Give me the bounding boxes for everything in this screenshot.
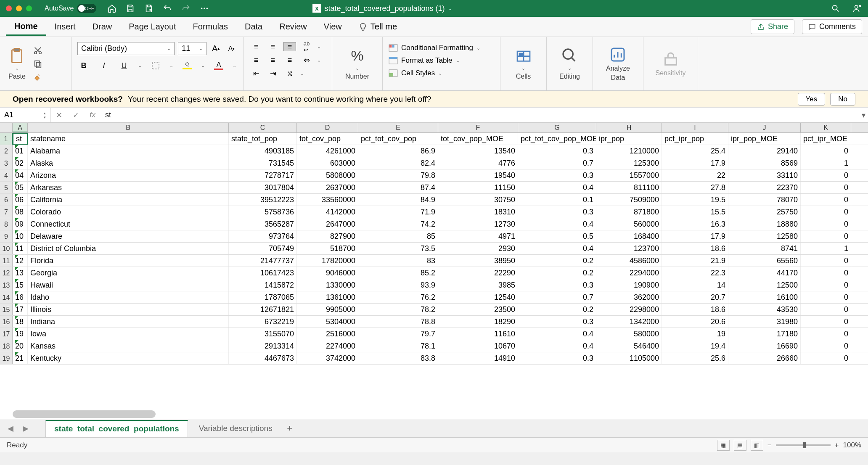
- data-cell[interactable]: 0.2: [518, 304, 596, 315]
- data-cell[interactable]: 0.5: [518, 230, 596, 242]
- data-cell[interactable]: 12540: [438, 291, 518, 303]
- row-header[interactable]: 16: [0, 316, 13, 328]
- data-cell[interactable]: 1361000: [297, 291, 358, 303]
- close-window-button[interactable]: [6, 5, 12, 11]
- increase-indent-icon[interactable]: ⇥: [267, 69, 279, 78]
- data-cell[interactable]: 78070: [728, 194, 801, 206]
- data-cell[interactable]: 25.6: [662, 352, 728, 364]
- data-cell[interactable]: 25750: [728, 206, 801, 218]
- row-header[interactable]: 1: [0, 133, 13, 145]
- fill-color-button[interactable]: [181, 60, 193, 71]
- data-cell[interactable]: 13: [13, 267, 28, 279]
- number-format-button[interactable]: %⌄ Number: [343, 46, 372, 82]
- data-cell[interactable]: 8569: [728, 157, 801, 169]
- data-cell[interactable]: 0: [801, 230, 851, 242]
- data-cell[interactable]: 0.4: [518, 340, 596, 352]
- column-header[interactable]: B: [28, 123, 229, 132]
- column-header[interactable]: G: [518, 123, 596, 132]
- data-cell[interactable]: 10617423: [229, 267, 297, 279]
- data-cell[interactable]: 1330000: [297, 279, 358, 291]
- data-cell[interactable]: California: [28, 194, 229, 206]
- column-header[interactable]: F: [438, 123, 518, 132]
- formula-input[interactable]: st: [101, 108, 859, 122]
- row-header[interactable]: 19: [0, 352, 13, 364]
- data-cell[interactable]: 22: [662, 169, 728, 181]
- wrap-text-icon[interactable]: ab↩: [300, 42, 313, 51]
- data-cell[interactable]: 10: [13, 230, 28, 242]
- format-painter-icon[interactable]: [32, 72, 43, 83]
- data-cell[interactable]: 0: [801, 352, 851, 364]
- data-cell[interactable]: 17180: [728, 328, 801, 340]
- data-cell[interactable]: 0: [801, 206, 851, 218]
- cell-styles-button[interactable]: Cell Styles⌄: [389, 68, 494, 78]
- recovery-no-button[interactable]: No: [830, 93, 855, 106]
- data-cell[interactable]: 0: [801, 182, 851, 193]
- data-cell[interactable]: 11610: [438, 328, 518, 340]
- data-cell[interactable]: 827900: [297, 230, 358, 242]
- data-cell[interactable]: 16: [13, 291, 28, 303]
- page-layout-view-icon[interactable]: ▤: [734, 440, 746, 451]
- data-cell[interactable]: 12580: [728, 230, 801, 242]
- data-cell[interactable]: Indiana: [28, 316, 229, 328]
- data-cell[interactable]: 4142000: [297, 206, 358, 218]
- data-cell[interactable]: Idaho: [28, 291, 229, 303]
- document-title[interactable]: X state_total_covered_populations (1) ⌄: [312, 4, 452, 13]
- data-cell[interactable]: Delaware: [28, 230, 229, 242]
- data-cell[interactable]: 3985: [438, 279, 518, 291]
- data-cell[interactable]: 17: [13, 304, 28, 315]
- merge-icon[interactable]: ⇔: [300, 55, 313, 65]
- data-cell[interactable]: 83.8: [358, 352, 438, 364]
- data-cell[interactable]: 12730: [438, 218, 518, 230]
- account-icon[interactable]: [853, 4, 862, 13]
- data-cell[interactable]: 0: [801, 316, 851, 328]
- data-cell[interactable]: 2930: [438, 243, 518, 254]
- select-all-corner[interactable]: [0, 123, 13, 132]
- data-cell[interactable]: 11150: [438, 182, 518, 193]
- data-cell[interactable]: Kansas: [28, 340, 229, 352]
- data-cell[interactable]: 0.1: [518, 194, 596, 206]
- data-cell[interactable]: 87.4: [358, 182, 438, 193]
- data-cell[interactable]: 2294000: [596, 267, 662, 279]
- data-cell[interactable]: 82.4: [358, 157, 438, 169]
- data-cell[interactable]: 4776: [438, 157, 518, 169]
- align-bottom-icon[interactable]: ≡: [283, 42, 296, 51]
- data-cell[interactable]: 0.4: [518, 243, 596, 254]
- data-cell[interactable]: 65560: [728, 255, 801, 267]
- column-header[interactable]: K: [801, 123, 851, 132]
- analyze-data-button[interactable]: AnalyzeData: [603, 45, 632, 83]
- data-cell[interactable]: 05: [13, 182, 28, 193]
- data-cell[interactable]: 08: [13, 206, 28, 218]
- data-cell[interactable]: Hawaii: [28, 279, 229, 291]
- data-cell[interactable]: 25.4: [662, 145, 728, 157]
- data-cell[interactable]: 2516000: [297, 328, 358, 340]
- borders-button[interactable]: [149, 60, 162, 71]
- row-header[interactable]: 13: [0, 279, 13, 291]
- row-header[interactable]: 18: [0, 340, 13, 352]
- data-cell[interactable]: 0: [801, 267, 851, 279]
- column-header[interactable]: I: [662, 123, 728, 132]
- data-cell[interactable]: 0: [801, 279, 851, 291]
- data-cell[interactable]: 84.9: [358, 194, 438, 206]
- column-header[interactable]: C: [229, 123, 297, 132]
- prev-sheet-icon[interactable]: ◀: [4, 424, 17, 433]
- column-header[interactable]: J: [728, 123, 801, 132]
- data-cell[interactable]: 93.9: [358, 279, 438, 291]
- data-cell[interactable]: 0.4: [518, 328, 596, 340]
- data-cell[interactable]: 78.8: [358, 316, 438, 328]
- data-cell[interactable]: 1: [801, 157, 851, 169]
- data-cell[interactable]: 5758736: [229, 206, 297, 218]
- font-color-button[interactable]: A: [212, 60, 225, 71]
- data-cell[interactable]: 4467673: [229, 352, 297, 364]
- data-cell[interactable]: Georgia: [28, 267, 229, 279]
- data-cell[interactable]: 14: [662, 279, 728, 291]
- data-cell[interactable]: 04: [13, 169, 28, 181]
- data-cell[interactable]: 973764: [229, 230, 297, 242]
- data-cell[interactable]: District of Columbia: [28, 243, 229, 254]
- column-header[interactable]: D: [297, 123, 358, 132]
- orientation-icon[interactable]: ⤭: [283, 69, 296, 78]
- data-cell[interactable]: 0: [801, 145, 851, 157]
- data-cell[interactable]: 30750: [438, 194, 518, 206]
- data-cell[interactable]: 7509000: [596, 194, 662, 206]
- row-header[interactable]: 10: [0, 243, 13, 254]
- data-cell[interactable]: 39512223: [229, 194, 297, 206]
